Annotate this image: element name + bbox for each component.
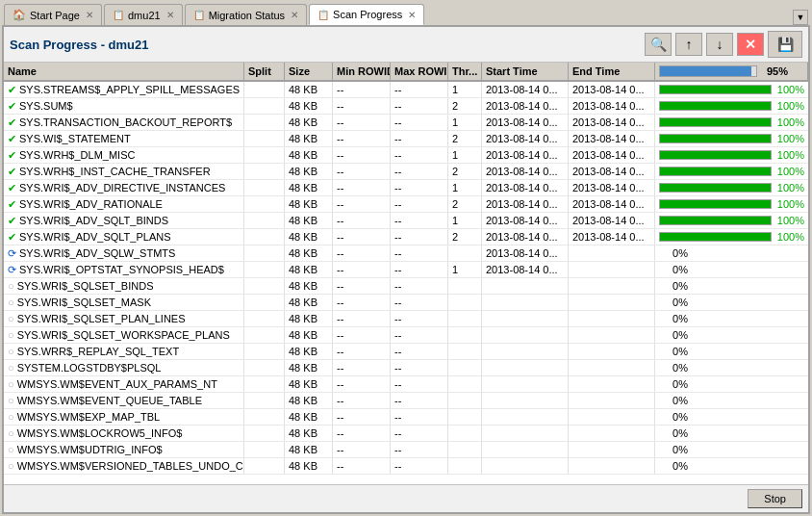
table-row[interactable]: ✔ SYS.WI$_STATEMENT 48 KB -- -- 2 2013-0… [4,131,808,147]
scroll-down-button[interactable]: ↓ [706,33,733,56]
progress-bar-container [659,232,772,242]
row-name: WMSYS.WM$EVENT_AUX_PARAMS_NT [17,378,217,390]
cell-name: ⟳ SYS.WRI$_OPTSTAT_SYNOPSIS_HEAD$ [4,262,244,277]
status-icon: ○ [8,460,14,472]
cell-endtime [569,262,655,277]
stop-button[interactable]: Stop [748,489,802,508]
status-icon: ○ [8,378,14,390]
cell-starttime [482,426,569,441]
tab-migration-status-close[interactable]: ✕ [291,10,298,20]
table-row[interactable]: ✔ SYS.WRI$_ADV_SQLT_PLANS 48 KB -- -- 2 … [4,229,808,245]
table-row[interactable]: ○ SYS.WRR$_REPLAY_SQL_TEXT 48 KB -- -- 0… [4,344,808,360]
table-row[interactable]: ○ WMSYS.WM$UDTRIG_INFO$ 48 KB -- -- 0% [4,442,808,458]
table-row[interactable]: ✔ SYS.WRH$_DLM_MISC 48 KB -- -- 1 2013-0… [4,147,808,164]
progress-label: 0% [659,395,688,406]
save-button[interactable]: 💾 [768,31,802,58]
cell-minrowid: -- [333,360,391,375]
cell-endtime [569,442,655,457]
table-row[interactable]: ○ SYS.WRI$_SQLSET_BINDS 48 KB -- -- 0% [4,278,808,295]
table-row[interactable]: ✔ SYS.SUM$ 48 KB -- -- 2 2013-08-14 0...… [4,98,808,115]
cell-thr: 1 [448,213,482,228]
table-row[interactable]: ✔ SYS.WRI$_ADV_DIRECTIVE_INSTANCES 48 KB… [4,180,808,196]
tab-scan-progress[interactable]: 📋 Scan Progress ✕ [309,4,424,25]
cell-size: 48 KB [285,344,333,359]
cell-thr [448,442,482,457]
progress-bar-container [659,134,772,143]
table-row[interactable]: ○ SYS.WRI$_SQLSET_PLAN_LINES 48 KB -- --… [4,311,808,327]
progress-label: 0% [659,297,688,308]
cell-thr [448,376,482,392]
cell-endtime [569,393,655,408]
table-row[interactable]: ✔ SYS.TRANSACTION_BACKOUT_REPORT$ 48 KB … [4,115,808,131]
table-body[interactable]: ✔ SYS.STREAMS$_APPLY_SPILL_MESSAGES 48 K… [4,82,808,484]
progress-label: 100% [775,116,804,128]
row-name: SYS.WRI$_SQLSET_BINDS [17,280,154,292]
row-name: SYSTEM.LOGSTDBY$PLSQL [17,362,162,374]
cell-split [244,229,285,245]
cell-maxrowid: -- [391,344,448,359]
cell-thr [448,360,482,375]
status-icon: ○ [8,362,14,374]
row-name: WMSYS.WM$EXP_MAP_TBL [17,411,161,423]
progress-bar-fill [660,184,771,192]
tab-start-page-close[interactable]: ✕ [86,10,93,20]
table-row[interactable]: ○ WMSYS.WM$LOCKROW5_INFO$ 48 KB -- -- 0% [4,426,808,442]
table-header: Name Split Size Min ROWID Max ROWID Thr.… [4,63,808,82]
cell-split [244,278,285,294]
cell-maxrowid: -- [391,131,448,146]
cell-minrowid: -- [333,393,391,408]
table-row[interactable]: ○ WMSYS.WM$EXP_MAP_TBL 48 KB -- -- 0% [4,409,808,426]
cell-name: ✔ SYS.TRANSACTION_BACKOUT_REPORT$ [4,115,244,130]
cell-split [244,245,285,261]
table-row[interactable]: ✔ SYS.WRH$_INST_CACHE_TRANSFER 48 KB -- … [4,164,808,180]
cell-size: 48 KB [285,147,333,163]
cell-starttime: 2013-08-14 0... [482,131,569,146]
table-row[interactable]: ○ SYS.WRI$_SQLSET_WORKSPACE_PLANS 48 KB … [4,327,808,344]
cell-split [244,164,285,179]
cell-starttime: 2013-08-14 0... [482,82,569,97]
table-row[interactable]: ✔ SYS.WRI$_ADV_RATIONALE 48 KB -- -- 2 2… [4,196,808,213]
up-arrow-icon: ↑ [686,37,693,52]
tab-dmu21-close[interactable]: ✕ [166,10,174,20]
progress-bar-fill [660,217,771,224]
tab-scan-progress-close[interactable]: ✕ [408,10,416,20]
cell-minrowid: -- [333,295,391,310]
table-row[interactable]: ⟳ SYS.WRI$_ADV_SQLW_STMTS 48 KB -- -- 20… [4,245,808,262]
cell-starttime [482,458,569,474]
table-row[interactable]: ⟳ SYS.WRI$_OPTSTAT_SYNOPSIS_HEAD$ 48 KB … [4,262,808,278]
cell-maxrowid: -- [391,278,448,294]
cell-minrowid: -- [333,229,391,245]
row-name: WMSYS.WM$EVENT_QUEUE_TABLE [17,395,202,406]
table-row[interactable]: ✔ SYS.STREAMS$_APPLY_SPILL_MESSAGES 48 K… [4,82,808,98]
cell-split [244,327,285,343]
table-row[interactable]: ○ WMSYS.WM$EVENT_AUX_PARAMS_NT 48 KB -- … [4,376,808,393]
row-name: SYS.WRI$_ADV_RATIONALE [19,198,163,210]
cell-progress: 100% [655,213,808,228]
cell-size: 48 KB [285,164,333,179]
col-header-maxrowid: Max ROWID [391,63,448,80]
progress-bar-container [659,183,772,193]
progress-bar-fill [660,135,771,142]
cell-starttime [482,442,569,457]
table-row[interactable]: ○ WMSYS.WM$VERSIONED_TABLES_UNDO_C 48 KB… [4,458,808,475]
binoculars-button[interactable]: 🔍 [645,33,672,56]
tab-dmu21[interactable]: 📋 dmu21 ✕ [104,4,183,25]
cell-maxrowid: -- [391,229,448,245]
tab-scroll-btn[interactable]: ▼ [793,10,808,25]
cell-minrowid: -- [333,426,391,441]
close-window-button[interactable]: ✕ [737,33,764,56]
cell-progress: 0% [655,442,808,457]
close-icon: ✕ [745,37,756,52]
cell-name: ✔ SYS.WRI$_ADV_SQLT_PLANS [4,229,244,245]
table-row[interactable]: ✔ SYS.WRI$_ADV_SQLT_BINDS 48 KB -- -- 1 … [4,213,808,229]
tab-start-page[interactable]: 🏠 Start Page ✕ [4,4,102,25]
cell-starttime [482,393,569,408]
table-row[interactable]: ○ WMSYS.WM$EVENT_QUEUE_TABLE 48 KB -- --… [4,393,808,409]
cell-name: ○ WMSYS.WM$EXP_MAP_TBL [4,409,244,425]
table-row[interactable]: ○ SYSTEM.LOGSTDBY$PLSQL 48 KB -- -- 0% [4,360,808,376]
tab-migration-status[interactable]: 📋 Migration Status ✕ [185,4,307,25]
cell-starttime [482,376,569,392]
scroll-up-button[interactable]: ↑ [675,33,702,56]
table-row[interactable]: ○ SYS.WRI$_SQLSET_MASK 48 KB -- -- 0% [4,295,808,311]
cell-starttime: 2013-08-14 0... [482,115,569,130]
